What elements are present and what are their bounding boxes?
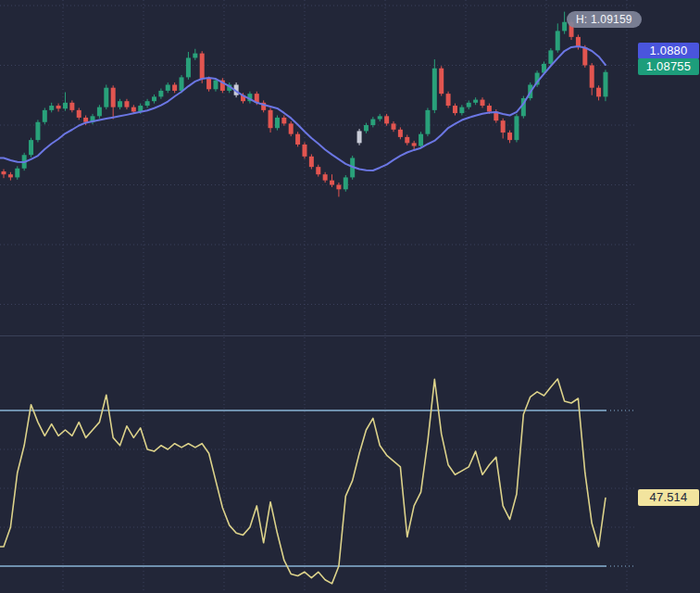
candle-body [77, 110, 81, 118]
candle-body [467, 103, 471, 107]
candle-body [111, 88, 116, 107]
ma-value-badge: 1.0880 [638, 43, 699, 59]
candle-body [295, 134, 300, 145]
candle-body [336, 185, 341, 190]
candle-body [439, 69, 444, 94]
candle-body [596, 88, 601, 97]
candle-body [481, 100, 485, 106]
candle-body [378, 116, 382, 119]
candle-body [166, 84, 170, 90]
candle-body [425, 110, 430, 134]
candle-body [453, 106, 457, 113]
trading-chart-window: 1.092001.084001.080001.076001.07200 70.0… [0, 0, 700, 593]
candle-body [412, 143, 417, 145]
candle-body [275, 118, 280, 128]
candle-body [200, 54, 205, 79]
candle-body [15, 169, 19, 178]
candle-body [392, 123, 396, 129]
candle-body [344, 177, 348, 189]
candle-body [364, 125, 369, 131]
candle-body [330, 181, 334, 185]
candle-body [582, 47, 587, 65]
candle-body [370, 120, 375, 125]
chart-canvas[interactable] [0, 0, 700, 593]
candle-body [507, 132, 512, 140]
candle-body [104, 88, 108, 107]
candle-body [309, 157, 314, 167]
candle-body [213, 81, 218, 90]
candle-body [8, 174, 13, 177]
candle-body [83, 118, 88, 122]
candle-body [131, 107, 136, 112]
candle-body [2, 171, 6, 174]
candle-body [398, 130, 403, 137]
candle-body [35, 122, 40, 140]
candle-body [172, 84, 177, 90]
candle-body [63, 103, 68, 108]
candle-body [281, 118, 286, 123]
candle-body [152, 96, 156, 101]
candle-body [501, 120, 506, 132]
last-price-badge: 1.08755 [638, 58, 699, 75]
grid [0, 0, 635, 593]
candle-body [186, 57, 191, 77]
candle-body [357, 131, 362, 143]
candle-body [124, 101, 129, 107]
candle-body [323, 174, 328, 180]
candle-body [29, 140, 33, 155]
candle-body [487, 106, 492, 111]
rsi-value-badge: 47.514 [638, 489, 699, 506]
candle-body [556, 31, 560, 50]
candle-body [405, 137, 409, 143]
candle-body [446, 94, 451, 106]
candle-body [56, 106, 61, 108]
candle-body [193, 54, 197, 58]
candle-body [419, 134, 423, 146]
candle-body [49, 106, 54, 110]
candle-body [302, 145, 306, 157]
high-price-label: H: 1.09159 [567, 11, 642, 28]
candle-body [43, 110, 47, 122]
candle-body [206, 79, 211, 89]
rsi-line [0, 379, 606, 584]
candle-body [316, 167, 320, 174]
candle-body [69, 103, 74, 110]
candle-body [432, 69, 437, 110]
candle-body [548, 50, 553, 64]
rsi-band-lines [0, 410, 635, 566]
candle-body [180, 77, 184, 91]
candle-body [269, 110, 273, 128]
candle-body [603, 72, 607, 97]
candle-body [289, 123, 294, 133]
candle-body [118, 101, 122, 107]
candle-body [562, 22, 567, 32]
candle-body [145, 101, 150, 106]
candle-body [459, 107, 464, 113]
candle-body [514, 116, 519, 140]
candle-body [97, 107, 102, 117]
pane-separator[interactable] [0, 335, 700, 336]
candle-body [590, 66, 594, 88]
candle-body [473, 100, 478, 103]
candle-body [384, 116, 389, 123]
candle-body [158, 91, 163, 96]
